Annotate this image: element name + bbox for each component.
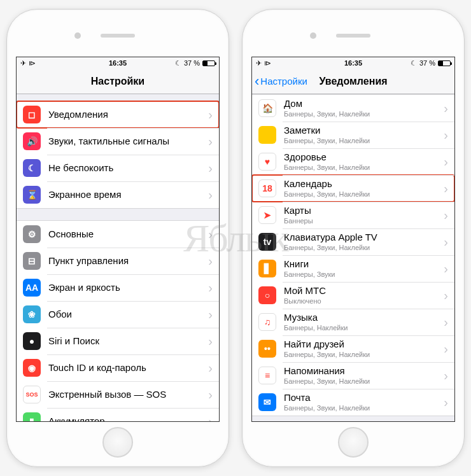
chevron-right-icon: › [208, 134, 213, 149]
row-label: Книги [284, 258, 440, 270]
sounds-icon: 🔊 [23, 132, 41, 150]
books-icon: ▋ [258, 260, 276, 277]
row-appletv[interactable]: tvКлавиатура Apple TVБаннеры, Звуки, Нак… [252, 228, 454, 255]
settings-group: ◻Уведомления›🔊Звуки, тактильные сигналы›… [17, 101, 219, 209]
row-notifications[interactable]: ◻Уведомления› [17, 101, 219, 128]
general-icon: ⚙ [23, 225, 41, 243]
wallpaper-icon: ❀ [23, 305, 41, 323]
screen-left: ✈ ⧐ 16:35 ☾ 37 % Настройки ◻Уведомления›… [16, 57, 220, 422]
speaker [336, 34, 370, 38]
settings-list[interactable]: ◻Уведомления›🔊Звуки, тактильные сигналы›… [17, 94, 219, 421]
row-home[interactable]: 🏠ДомБаннеры, Звуки, Наклейки› [252, 95, 454, 122]
chevron-right-icon: › [444, 235, 448, 249]
chevron-right-icon: › [208, 334, 213, 349]
row-sounds[interactable]: 🔊Звуки, тактильные сигналы› [17, 128, 219, 155]
battery-text: 37 % [419, 59, 435, 67]
row-subtitle: Баннеры, Звуки, Наклейки [284, 164, 440, 172]
row-touchid[interactable]: ◉Touch ID и код-пароль› [17, 354, 219, 381]
notifications-group: 🏠ДомБаннеры, Звуки, Наклейки›ЗаметкиБанн… [252, 94, 454, 416]
row-label: Найти друзей [284, 339, 440, 350]
mts-icon: ○ [258, 286, 276, 304]
row-display[interactable]: AAЭкран и яркость› [17, 274, 219, 301]
row-subtitle: Баннеры, Звуки, Наклейки [284, 377, 440, 386]
maps-icon: ➤ [258, 206, 276, 224]
row-label: Звуки, тактильные сигналы [48, 136, 204, 147]
chevron-right-icon: › [208, 161, 213, 176]
display-icon: AA [23, 279, 41, 297]
row-label: Не беспокоить [48, 162, 204, 174]
row-notes[interactable]: ЗаметкиБаннеры, Звуки, Наклейки› [252, 122, 454, 148]
airplane-icon: ✈ [256, 59, 262, 67]
speaker [101, 34, 135, 38]
row-dnd[interactable]: ☾Не беспокоить› [17, 155, 219, 181]
screen-right: ✈ ⧐ 16:35 ☾ 37 % ‹ Настройки Уведомления… [251, 57, 455, 422]
home-button[interactable] [338, 427, 369, 458]
row-calendar[interactable]: 18КалендарьБаннеры, Звуки, Наклейки› [252, 175, 454, 202]
chevron-right-icon: › [444, 155, 448, 169]
row-label: Touch ID и код-пароль [48, 362, 204, 374]
chevron-right-icon: › [208, 414, 213, 422]
row-siri[interactable]: ●Siri и Поиск› [17, 328, 219, 354]
back-label: Настройки [260, 76, 307, 87]
row-subtitle: Баннеры, Звуки, Наклейки [284, 244, 440, 252]
navbar: Настройки [17, 69, 219, 94]
chevron-right-icon: › [208, 188, 213, 202]
phone-left: ✈ ⧐ 16:35 ☾ 37 % Настройки ◻Уведомления›… [6, 9, 229, 467]
battery-text: 37 % [184, 59, 200, 67]
settings-group: ⚙Основные›⊟Пункт управления›AAЭкран и яр… [17, 220, 219, 421]
row-label: Здоровье [284, 151, 440, 163]
chevron-right-icon: › [444, 288, 448, 303]
row-label: Siri и Поиск [48, 335, 204, 347]
row-subtitle: Баннеры, Наклейки [284, 324, 440, 332]
row-subtitle: Баннеры, Звуки, Наклейки [284, 137, 440, 145]
control-icon: ⊟ [23, 252, 41, 270]
row-maps[interactable]: ➤КартыБаннеры› [252, 202, 454, 228]
notifications-list[interactable]: 🏠ДомБаннеры, Звуки, Наклейки›ЗаметкиБанн… [252, 94, 454, 421]
appletv-icon: tv [258, 233, 276, 251]
chevron-right-icon: › [444, 181, 448, 196]
touchid-icon: ◉ [23, 359, 41, 377]
row-screentime[interactable]: ⌛Экранное время› [17, 181, 219, 208]
moon-icon: ☾ [411, 59, 417, 67]
row-subtitle: Баннеры [284, 217, 440, 225]
row-label: Дом [284, 98, 440, 109]
row-mail[interactable]: ✉ПочтаБаннеры, Звуки, Наклейки› [252, 389, 454, 416]
phone-right: ✈ ⧐ 16:35 ☾ 37 % ‹ Настройки Уведомления… [242, 9, 465, 467]
row-label: Клавиатура Apple TV [284, 232, 440, 243]
row-control[interactable]: ⊟Пункт управления› [17, 248, 219, 274]
chevron-right-icon: › [208, 361, 213, 375]
row-mts[interactable]: ○Мой МТСВыключено› [252, 282, 454, 309]
calendar-icon: 18 [258, 179, 276, 197]
wifi-icon: ⧐ [264, 59, 271, 67]
row-label: Экран и яркость [48, 282, 204, 293]
row-books[interactable]: ▋КнигиБаннеры, Звуки› [252, 255, 454, 282]
row-battery[interactable]: ▮Аккумулятор› [17, 408, 219, 421]
mail-icon: ✉ [258, 393, 276, 411]
moon-icon: ☾ [175, 59, 181, 67]
row-health[interactable]: ♥ЗдоровьеБаннеры, Звуки, Наклейки› [252, 148, 454, 175]
row-label: Аккумулятор [48, 416, 204, 421]
row-sos[interactable]: SOSЭкстренный вызов — SOS› [17, 381, 219, 408]
row-subtitle: Баннеры, Звуки, Наклейки [284, 404, 440, 412]
row-music[interactable]: ♫МузыкаБаннеры, Наклейки› [252, 309, 454, 335]
row-label: Мой МТС [284, 285, 440, 297]
notes-icon [258, 126, 276, 144]
home-button[interactable] [102, 427, 133, 458]
wifi-icon: ⧐ [29, 59, 36, 67]
friends-icon: •• [258, 340, 276, 358]
row-general[interactable]: ⚙Основные› [17, 221, 219, 248]
row-wallpaper[interactable]: ❀Обои› [17, 301, 219, 328]
row-label: Уведомления [48, 109, 204, 120]
back-button[interactable]: ‹ Настройки [255, 74, 307, 88]
status-bar: ✈ ⧐ 16:35 ☾ 37 % [17, 57, 219, 69]
row-label: Экранное время [48, 189, 204, 200]
row-reminders[interactable]: ≡НапоминанияБаннеры, Звуки, Наклейки› [252, 362, 454, 389]
row-label: Обои [48, 309, 204, 320]
row-friends[interactable]: ••Найти друзейБаннеры, Звуки, Наклейки› [252, 335, 454, 362]
status-bar: ✈ ⧐ 16:35 ☾ 37 % [252, 57, 454, 69]
page-title: Настройки [91, 76, 144, 87]
chevron-right-icon: › [208, 281, 213, 295]
notifications-icon: ◻ [23, 106, 41, 123]
battery-icon [438, 60, 451, 66]
chevron-right-icon: › [444, 208, 448, 223]
